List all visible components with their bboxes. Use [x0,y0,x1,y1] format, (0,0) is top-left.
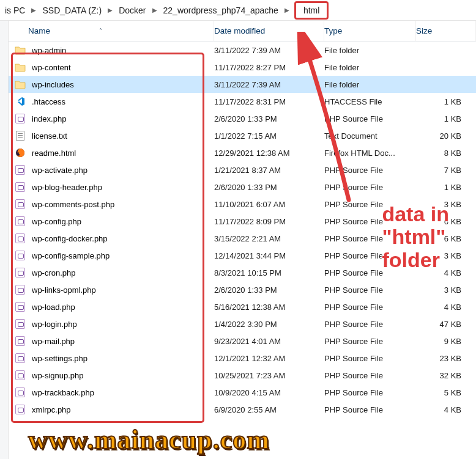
file-size: 5 KB [416,388,476,397]
file-row[interactable]: wp-activate.php1/21/2021 8:37 AMPHP Sour… [9,161,476,178]
php-file-icon [15,267,26,278]
sort-ascending-icon: ˄ [99,28,102,34]
file-size: 9 KB [416,337,476,346]
file-type: Firefox HTML Doc... [324,149,416,158]
file-type: Text Document [324,131,416,141]
file-row[interactable]: wp-comments-post.php11/10/2021 6:07 AMPH… [9,196,476,213]
file-type: PHP Source File [324,217,416,226]
php-file-icon [15,387,26,398]
file-row[interactable]: wp-signup.php10/25/2021 7:23 AMPHP Sourc… [9,367,476,384]
file-date: 11/17/2022 8:09 PM [214,217,324,226]
file-size: 3 KB [416,251,476,260]
file-type: PHP Source File [324,200,416,209]
file-row[interactable]: wp-content11/17/2022 8:27 PMFile folder [9,59,476,76]
file-type: PHP Source File [324,251,416,260]
file-size: 20 KB [416,131,476,141]
column-header-date[interactable]: Date modified [214,21,324,41]
file-date: 10/9/2020 4:15 AM [214,388,324,397]
file-row[interactable]: wp-settings.php12/1/2021 12:32 AMPHP Sou… [9,350,476,367]
file-name: wp-config-sample.php [32,251,214,260]
file-row[interactable]: wp-cron.php8/3/2021 10:15 PMPHP Source F… [9,264,476,281]
breadcrumb-item[interactable]: SSD_DATA (Z:) [40,4,104,17]
text-file-icon [15,130,26,141]
file-row[interactable]: wp-trackback.php10/9/2020 4:15 AMPHP Sou… [9,384,476,401]
file-type: PHP Source File [324,320,416,329]
file-type: PHP Source File [324,303,416,312]
file-size: 6 KB [416,217,476,226]
file-type: PHP Source File [324,183,416,192]
breadcrumb-item[interactable]: Docker [116,4,148,17]
file-row[interactable]: wp-mail.php9/23/2021 4:01 AMPHP Source F… [9,332,476,350]
file-type: PHP Source File [324,371,416,380]
file-size: 1 KB [416,97,476,106]
folder-icon [15,62,26,73]
file-row[interactable]: wp-blog-header.php2/6/2020 1:33 PMPHP So… [9,178,476,196]
file-type: PHP Source File [324,114,416,123]
file-row[interactable]: index.php2/6/2020 1:33 PMPHP Source File… [9,110,476,127]
column-header-type[interactable]: Type [324,21,416,41]
file-date: 5/16/2021 12:38 AM [214,303,324,312]
file-date: 10/25/2021 7:23 AM [214,371,324,380]
php-file-icon [15,336,26,347]
file-size: 3 KB [416,285,476,295]
file-row[interactable]: wp-admin3/11/2022 7:39 AMFile folder [9,42,476,59]
file-row[interactable]: xmlrpc.php6/9/2020 2:55 AMPHP Source Fil… [9,401,476,418]
file-name: wp-mail.php [32,337,214,346]
file-date: 1/1/2022 7:15 AM [214,131,324,141]
file-date: 12/1/2021 12:32 AM [214,354,324,363]
file-date: 3/11/2022 7:39 AM [214,80,324,89]
file-row[interactable]: .htaccess11/17/2022 8:31 PMHTACCESS File… [9,93,476,110]
file-name: xmlrpc.php [32,405,214,414]
file-name: wp-links-opml.php [32,285,214,295]
file-type: PHP Source File [324,285,416,295]
folder-icon [15,79,26,90]
breadcrumb-item[interactable]: is PC [2,4,28,17]
file-date: 12/14/2021 3:44 PM [214,251,324,260]
folder-icon [15,45,26,56]
file-date: 11/17/2022 8:31 PM [214,97,324,106]
file-row[interactable]: wp-includes3/11/2022 7:39 AMFile folder [9,76,476,93]
column-header-label: Date modified [214,26,265,35]
file-name: wp-signup.php [32,371,214,380]
file-name: license.txt [32,131,214,141]
file-size: 4 KB [416,303,476,312]
file-row[interactable]: wp-config-sample.php12/14/2021 3:44 PMPH… [9,247,476,264]
file-date: 12/29/2021 12:38 AM [214,149,324,158]
file-name: wp-trackback.php [32,388,214,397]
file-type: File folder [324,80,416,89]
file-size: 23 KB [416,354,476,363]
file-row[interactable]: readme.html12/29/2021 12:38 AMFirefox HT… [9,144,476,161]
file-date: 9/23/2021 4:01 AM [214,337,324,346]
file-type: PHP Source File [324,354,416,363]
file-row[interactable]: license.txt1/1/2022 7:15 AMText Document… [9,127,476,144]
php-file-icon [15,182,26,193]
file-list[interactable]: wp-admin3/11/2022 7:39 AMFile folderwp-c… [0,42,476,418]
file-date: 2/6/2020 1:33 PM [214,114,324,123]
file-size: 47 KB [416,320,476,329]
breadcrumb-item-current[interactable]: html [294,1,329,20]
file-row[interactable]: wp-config-docker.php3/15/2022 2:21 AMPHP… [9,230,476,247]
file-row[interactable]: wp-links-opml.php2/6/2020 1:33 PMPHP Sou… [9,281,476,298]
column-header-name[interactable]: Name ˄ [9,21,214,41]
file-row[interactable]: wp-login.php1/4/2022 3:30 PMPHP Source F… [9,315,476,332]
file-name: wp-settings.php [32,354,214,363]
file-row[interactable]: wp-load.php5/16/2021 12:38 AMPHP Source … [9,298,476,315]
column-header-label: Size [416,26,432,35]
file-name: wp-login.php [32,320,214,329]
file-name: index.php [32,114,214,123]
file-row[interactable]: wp-config.php11/17/2022 8:09 PMPHP Sourc… [9,213,476,230]
file-type: HTACCESS File [324,97,416,106]
file-name: wp-config-docker.php [32,234,214,243]
php-file-icon [15,164,26,175]
file-size: 1 KB [416,183,476,192]
column-header-size[interactable]: Size [416,21,476,41]
php-file-icon [15,250,26,261]
file-date: 11/10/2021 6:07 AM [214,200,324,209]
file-type: PHP Source File [324,234,416,243]
breadcrumb-item[interactable]: 22_wordpress_php74_apache [161,4,281,17]
php-file-icon [15,404,26,415]
breadcrumb[interactable]: is PC ▶ SSD_DATA (Z:) ▶ Docker ▶ 22_word… [0,0,476,21]
file-type: PHP Source File [324,405,416,414]
file-type: PHP Source File [324,337,416,346]
file-date: 8/3/2021 10:15 PM [214,268,324,277]
